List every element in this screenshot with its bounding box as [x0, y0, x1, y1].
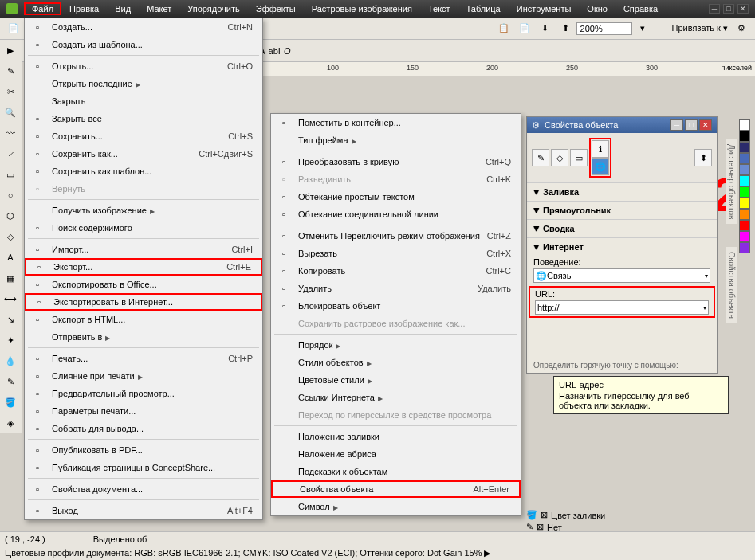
effects-tool-icon[interactable]: ✦ — [0, 330, 21, 350]
dimension-tool-icon[interactable]: ⟷ — [0, 288, 21, 309]
paste-icon[interactable]: 📄 — [515, 19, 534, 38]
color-swatch[interactable] — [739, 131, 750, 142]
file-menu-item[interactable]: ▫Сохранить...Ctrl+S — [25, 127, 262, 145]
docker-label-objprops[interactable]: Свойства объекта — [726, 247, 737, 323]
context-menu-item[interactable]: Сохранить растровое изображение как... — [271, 315, 521, 332]
outline-o-icon[interactable]: O — [284, 46, 291, 56]
file-menu-item[interactable]: ▫Экспорт в HTML... — [25, 311, 262, 328]
panel-max-button[interactable]: □ — [685, 119, 698, 131]
menu-arrange[interactable]: Упорядочить — [179, 2, 247, 15]
text-tool-icon[interactable]: A — [0, 247, 21, 268]
file-menu-item[interactable]: ▫Закрыть все — [25, 110, 262, 127]
context-menu-item[interactable]: Символ — [271, 498, 521, 515]
context-menu-item[interactable]: ▫Обтекание простым текстом — [271, 188, 521, 206]
color-swatch[interactable] — [739, 231, 750, 242]
tab-internet-icon[interactable]: 🌐 — [592, 158, 609, 175]
crop-tool-icon[interactable]: ✂ — [0, 81, 21, 102]
zoom-tool-icon[interactable]: 🔍 — [0, 102, 21, 123]
menu-table[interactable]: Таблица — [458, 2, 509, 15]
url-input[interactable]: http:// ▾ — [535, 300, 709, 315]
menu-bitmaps[interactable]: Растровые изображения — [304, 2, 420, 15]
context-menu-item[interactable]: ▫ВырезатьCtrl+X — [271, 245, 521, 262]
menu-edit[interactable]: Правка — [61, 2, 107, 15]
file-menu-item[interactable]: Закрыть — [25, 92, 262, 110]
context-menu-item[interactable]: Стили объектов — [271, 354, 521, 371]
file-menu-item[interactable]: ▫Слияние при печати — [25, 367, 262, 385]
tab-summary-icon[interactable]: ℹ — [592, 140, 609, 158]
color-swatch[interactable] — [739, 142, 750, 153]
panel-min-button[interactable]: ─ — [670, 119, 683, 131]
context-menu-item[interactable]: ▫Блокировать объект — [271, 297, 521, 315]
file-menu-item[interactable]: ▫Параметры печати... — [25, 402, 262, 420]
behavior-combo[interactable]: 🌐 Связь ▾ — [533, 268, 710, 283]
shape-tool-icon[interactable]: ✎ — [0, 61, 21, 81]
color-swatch[interactable] — [739, 209, 750, 220]
file-menu-item[interactable]: ▫Печать...Ctrl+P — [25, 350, 262, 367]
context-menu-item[interactable]: ▫Преобразовать в кривуюCtrl+Q — [271, 153, 521, 170]
color-swatch[interactable] — [739, 242, 750, 253]
close-button[interactable]: ✕ — [737, 4, 749, 14]
color-swatch[interactable] — [739, 153, 750, 164]
file-menu-item[interactable]: ▫Вернуть — [25, 180, 262, 198]
context-menu-item[interactable]: ▫Обтекание соединительной линии — [271, 206, 521, 223]
section-internet[interactable]: Интернет — [527, 237, 717, 256]
file-menu-item[interactable]: ▫Собрать для вывода... — [25, 420, 262, 437]
minimize-button[interactable]: ─ — [709, 4, 720, 14]
context-menu-item[interactable]: Переход по гиперссылке в средстве просмо… — [271, 406, 521, 424]
context-menu-item[interactable]: Наложение абриса — [271, 445, 521, 463]
file-menu-item[interactable]: ▫Создать из шаблона... — [25, 36, 262, 53]
context-menu-item[interactable]: Подсказки к объектам — [271, 463, 521, 480]
zoom-dropdown-icon[interactable]: ▾ — [633, 19, 652, 38]
context-menu-item[interactable]: ▫Отменить Переключить режим отображенияC… — [271, 227, 521, 245]
context-menu-item[interactable]: Тип фрейма — [271, 131, 521, 149]
color-swatch[interactable] — [739, 164, 750, 175]
file-menu-item[interactable]: ▫Экспортировать в Интернет... — [25, 293, 262, 311]
file-menu-item[interactable]: ▫Сохранить как шаблон... — [25, 163, 262, 180]
menu-tools[interactable]: Инструменты — [509, 2, 580, 15]
options-icon[interactable]: ⚙ — [732, 19, 751, 38]
menu-effects[interactable]: Эффекты — [248, 2, 304, 15]
zoom-input[interactable]: 200% — [576, 22, 632, 35]
freehand-tool-icon[interactable]: 〰 — [0, 123, 21, 143]
color-swatch[interactable] — [739, 175, 750, 186]
outline-tool-icon[interactable]: ✎ — [0, 371, 21, 392]
menu-help[interactable]: Справка — [615, 2, 666, 15]
file-menu-item[interactable]: Получить изображение — [25, 202, 262, 219]
file-menu-item[interactable]: ▫Опубликовать в PDF... — [25, 441, 262, 459]
rect-tool-icon[interactable]: ▭ — [0, 164, 21, 185]
export-icon[interactable]: ⬆ — [556, 19, 576, 38]
section-fill[interactable]: Заливка — [527, 182, 717, 201]
context-menu-item[interactable]: ▫Поместить в контейнер... — [271, 114, 521, 131]
text-abi-icon[interactable]: abI — [269, 46, 281, 56]
tab-transparency-icon[interactable]: ▭ — [570, 149, 588, 166]
interactive-fill-icon[interactable]: ◈ — [0, 413, 21, 433]
ellipse-tool-icon[interactable]: ○ — [0, 185, 21, 206]
maximize-button[interactable]: □ — [723, 4, 734, 14]
tab-outline-icon[interactable]: ✎ — [532, 149, 549, 166]
menu-text[interactable]: Текст — [420, 2, 458, 15]
file-menu-item[interactable]: ▫Поиск содержимого — [25, 219, 262, 237]
section-rectangle[interactable]: Прямоугольник — [527, 201, 717, 219]
context-menu-item[interactable]: Ссылки Интернета — [271, 389, 521, 406]
file-menu-item[interactable]: ▫Свойства документа... — [25, 480, 262, 498]
basic-shapes-icon[interactable]: ◇ — [0, 226, 21, 247]
color-swatch[interactable] — [739, 220, 750, 231]
color-swatch[interactable] — [739, 186, 750, 198]
file-menu-item[interactable]: ▫Экспортировать в Office... — [25, 276, 262, 293]
polygon-tool-icon[interactable]: ⬡ — [0, 206, 21, 226]
context-menu-item[interactable]: ▫РазъединитьCtrl+K — [271, 170, 521, 188]
tab-fill-icon[interactable]: ◇ — [551, 149, 568, 166]
panel-titlebar[interactable]: ⚙ Свойства объекта ─ □ ✕ — [527, 117, 717, 133]
context-menu-item[interactable]: ▫КопироватьCtrl+C — [271, 262, 521, 280]
color-swatch[interactable] — [739, 119, 750, 131]
smart-tool-icon[interactable]: ⟋ — [0, 143, 21, 164]
table-tool-icon[interactable]: ▦ — [0, 268, 21, 288]
pick-tool-icon[interactable]: ▶ — [0, 40, 21, 61]
new-icon[interactable]: 📄 — [4, 19, 23, 38]
context-menu-item[interactable]: ▫УдалитьУдалить — [271, 280, 521, 297]
menu-window[interactable]: Окно — [579, 2, 615, 15]
file-menu-item[interactable]: ▫ВыходAlt+F4 — [25, 502, 262, 519]
menu-layout[interactable]: Макет — [139, 2, 179, 15]
menu-view[interactable]: Вид — [107, 2, 139, 15]
fill-tool-icon[interactable]: 🪣 — [0, 392, 21, 413]
